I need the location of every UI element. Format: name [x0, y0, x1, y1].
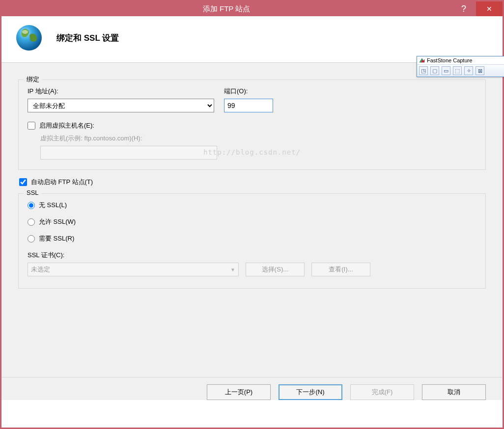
capture-rectangle-icon[interactable]: ▭ — [442, 66, 450, 75]
ssl-allow-label: 允许 SSL(W) — [39, 217, 76, 226]
capture-window-icon[interactable]: ▢ — [430, 66, 439, 75]
enable-vhost-label: 启用虚拟主机名(E): — [39, 121, 94, 130]
window-title: 添加 FTP 站点 — [1, 4, 451, 14]
ssl-cert-label: SSL 证书(C): — [28, 251, 476, 260]
select-cert-button: 选择(S)... — [246, 263, 305, 276]
faststone-toolbar[interactable]: FastStone Capture ◳ ▢ ▭ ⬚ ✧ ⊠ — [417, 56, 504, 77]
faststone-title: FastStone Capture — [427, 57, 472, 63]
faststone-tools: ◳ ▢ ▭ ⬚ ✧ ⊠ — [417, 65, 504, 77]
faststone-logo-icon — [419, 57, 425, 63]
enable-vhost-checkbox[interactable] — [28, 122, 35, 130]
ssl-legend: SSL — [24, 189, 42, 196]
wizard-buttons: 上一页(P) 下一步(N) 完成(F) 取消 — [1, 377, 503, 400]
prev-button[interactable]: 上一页(P) — [207, 384, 271, 400]
ssl-none-radio[interactable] — [28, 202, 35, 209]
capture-freehand-icon[interactable]: ⬚ — [453, 66, 462, 75]
vhost-placeholder-label: 虚拟主机(示例: ftp.contoso.com)(H): — [40, 134, 476, 143]
content-area: 绑定 IP 地址(A): 全部未分配 端口(O): 启用虚拟主机名(E): 虚拟… — [1, 63, 503, 377]
binding-group: 绑定 IP 地址(A): 全部未分配 端口(O): 启用虚拟主机名(E): 虚拟… — [18, 80, 486, 170]
ssl-group: SSL 无 SSL(L) 允许 SSL(W) 需要 SSL(R) SSL 证书(… — [18, 193, 486, 289]
ip-address-select[interactable]: 全部未分配 — [28, 99, 214, 112]
globe-icon — [15, 24, 43, 52]
help-button[interactable]: ? — [451, 4, 476, 14]
close-button[interactable]: ✕ — [476, 1, 503, 16]
faststone-titlebar[interactable]: FastStone Capture — [417, 56, 504, 65]
chevron-down-icon: ▼ — [230, 267, 235, 272]
capture-active-window-icon[interactable]: ◳ — [419, 66, 428, 75]
watermark-text: http://blog.csdn.net/ — [203, 148, 301, 156]
titlebar: 添加 FTP 站点 ? ✕ — [1, 1, 503, 16]
ssl-require-radio[interactable] — [28, 235, 35, 242]
port-label: 端口(O): — [224, 87, 273, 96]
next-button[interactable]: 下一步(N) — [279, 384, 342, 400]
view-cert-button: 查看(I)... — [311, 263, 370, 276]
ssl-none-label: 无 SSL(L) — [39, 201, 67, 210]
capture-scroll-icon[interactable]: ⊠ — [476, 66, 484, 75]
ssl-allow-radio[interactable] — [28, 218, 35, 226]
ip-label: IP 地址(A): — [28, 87, 214, 96]
svg-point-0 — [16, 25, 42, 51]
vhost-input — [40, 146, 217, 160]
close-icon: ✕ — [486, 5, 492, 13]
binding-legend: 绑定 — [24, 75, 42, 84]
cancel-button[interactable]: 取消 — [422, 384, 486, 400]
autostart-checkbox[interactable] — [19, 178, 27, 186]
ssl-require-label: 需要 SSL(R) — [39, 234, 74, 243]
ssl-cert-select: 未选定 ▼ — [28, 263, 239, 276]
page-title: 绑定和 SSL 设置 — [56, 32, 119, 44]
svg-point-1 — [22, 30, 28, 34]
port-input[interactable] — [224, 99, 273, 112]
autostart-label: 自动启动 FTP 站点(T) — [31, 178, 93, 187]
finish-button: 完成(F) — [350, 384, 414, 400]
capture-fullscreen-icon[interactable]: ✧ — [464, 66, 473, 75]
